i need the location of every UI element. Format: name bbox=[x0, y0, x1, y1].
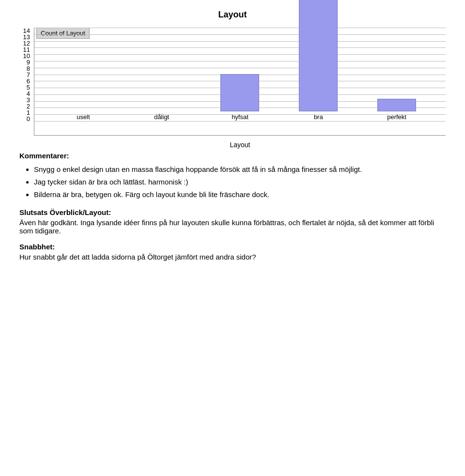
bar-label: dåligt bbox=[154, 113, 169, 122]
bar-group: dåligt bbox=[123, 111, 201, 122]
comments-heading: Kommentarer: bbox=[19, 150, 446, 162]
bar-label: perfekt bbox=[387, 113, 406, 122]
bar-label: bra bbox=[314, 113, 323, 122]
chart-title: Layout bbox=[19, 10, 446, 20]
bar-group: perfekt bbox=[357, 99, 436, 122]
bar-label: uselt bbox=[77, 113, 90, 122]
list-item: Snygg o enkel design utan en massa flasc… bbox=[34, 164, 446, 175]
list-item: Bilderna är bra, betygen ok. Färg och la… bbox=[34, 189, 446, 200]
comments-section: Kommentarer: Snygg o enkel design utan e… bbox=[19, 150, 446, 200]
conclusion-section: Slutsats Överblick/Layout: Även här godk… bbox=[19, 208, 446, 235]
list-item: Jag tycker sidan är bra och lättläst. ha… bbox=[34, 176, 446, 188]
bullet-list: Snygg o enkel design utan en massa flasc… bbox=[19, 164, 446, 200]
speed-heading: Snabbhet: bbox=[19, 243, 446, 251]
y-axis-label: 0 bbox=[27, 116, 30, 122]
chart-area: 01234567891011121314 Count of Layout use… bbox=[19, 28, 446, 136]
chart-container: Layout 01234567891011121314 Count of Lay… bbox=[19, 10, 446, 136]
bar bbox=[377, 99, 416, 111]
bar-group: bra bbox=[279, 0, 357, 122]
conclusion-heading: Slutsats Överblick/Layout: bbox=[19, 208, 446, 216]
conclusion-text: Även här godkänt. Inga lysande idéer fin… bbox=[19, 218, 446, 235]
speed-text: Hur snabbt går det att ladda sidorna på … bbox=[19, 253, 446, 261]
bar-label: hyfsat bbox=[232, 113, 248, 122]
chart-body: Count of Layout useltdåligthyfsatbraperf… bbox=[34, 28, 446, 136]
speed-section: Snabbhet: Hur snabbt går det att ladda s… bbox=[19, 243, 446, 261]
bar-group: hyfsat bbox=[201, 74, 279, 122]
bar bbox=[299, 0, 338, 111]
bar bbox=[220, 74, 259, 111]
bars-area: useltdåligthyfsatbraperfekt bbox=[34, 28, 446, 122]
x-axis-label: Layout bbox=[34, 141, 446, 149]
bar-group: uselt bbox=[44, 111, 123, 122]
y-axis: 01234567891011121314 bbox=[19, 28, 34, 136]
